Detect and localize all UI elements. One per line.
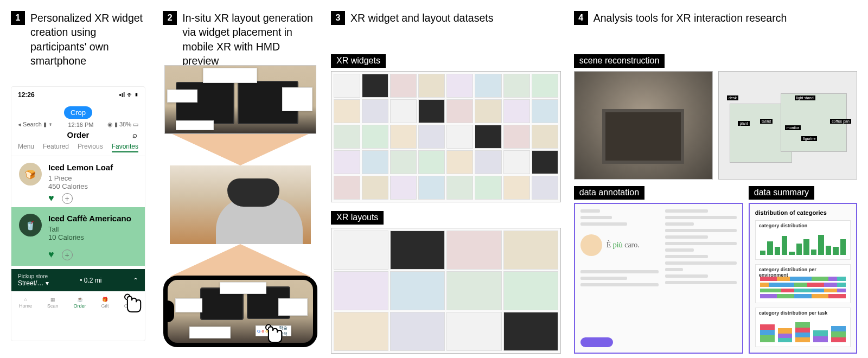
projection-beam-top [170, 133, 311, 165]
montage-tile [532, 150, 558, 174]
pickup-label: Pickup store [18, 273, 49, 279]
widgets-grid [334, 74, 558, 200]
chart-stack: distribution of categories category dist… [755, 209, 851, 347]
menu-item-2[interactable]: 🥤 Iced Caffè Americano Tall 10 Calories [11, 207, 145, 247]
montage-tile [503, 312, 558, 351]
tab-gift[interactable]: 🎁Gift [101, 297, 109, 309]
heart-icon[interactable]: ♥ [48, 193, 54, 204]
montage-tile [532, 125, 558, 149]
montage-tile [362, 150, 388, 174]
item2-info: Iced Caffè Americano Tall 10 Calories [48, 214, 131, 241]
montage-tile [418, 99, 445, 123]
tab-favorites[interactable]: Favorites [112, 143, 138, 152]
panel-1: 1 Personalized XR widget creation using … [11, 11, 150, 347]
panel-1-title: 1 Personalized XR widget creation using … [11, 11, 150, 68]
chevron-up-icon[interactable]: ⌃ [133, 277, 138, 284]
montage-tile [503, 74, 530, 98]
panel-2-body: Google 학술검색 [163, 65, 318, 347]
order-title-text: Order [67, 130, 90, 139]
item1-actions: ♥ + [11, 193, 145, 204]
item2-line1: Tall [48, 225, 131, 233]
item1-info: Iced Lemon Loaf 1 Piece 450 Calories [48, 163, 113, 190]
submit-button[interactable] [580, 337, 613, 347]
panel-4-title: 4 Analysis tools for XR interaction rese… [574, 11, 857, 42]
hmd-icon [227, 178, 279, 207]
tab-order[interactable]: ☕Order [74, 297, 86, 309]
chart-1-bars [760, 233, 846, 255]
order-tabs: Menu Featured Previous Favorites [11, 143, 145, 156]
annotation-body: È più caro. [580, 209, 737, 347]
subtitle-widgets: XR widgets [331, 54, 386, 68]
montage-tile [390, 176, 417, 200]
plus-icon[interactable]: + [62, 250, 73, 260]
tag-monitor: monitor [785, 125, 801, 130]
subtitle-annotation: data annotation [574, 186, 644, 200]
widgets-montage [331, 71, 561, 202]
scene-recon-boxes: desk plant tablet light stand monitor fi… [718, 71, 857, 180]
montage-tile [362, 99, 388, 123]
inner-right: ◉ ▮ 38% ▭ [107, 121, 138, 128]
montage-tile [475, 99, 501, 123]
montage-tile [334, 312, 388, 351]
montage-tile [503, 231, 558, 270]
tab-featured[interactable]: Featured [43, 143, 69, 152]
item2-thumb: 🥤 [19, 214, 42, 236]
tag-tablet: tablet [760, 119, 773, 124]
montage-tile [390, 125, 417, 149]
status-icons: •ıl ᯤ ▮ [119, 91, 138, 99]
montage-tile [475, 150, 501, 174]
tab-home[interactable]: ⌂Home [19, 297, 32, 309]
montage-tile [532, 99, 558, 123]
tab-previous[interactable]: Previous [78, 143, 103, 152]
tab-scan[interactable]: ▦Scan [47, 297, 59, 309]
montage-tile [532, 176, 558, 200]
tag-figurine: figurine [801, 136, 817, 141]
montage-tile [446, 271, 501, 310]
panel-4: 4 Analysis tools for XR interaction rese… [574, 11, 857, 347]
panel-3-title: 3 XR widget and layout datasets [331, 11, 561, 42]
tab-menu[interactable]: Menu [18, 143, 34, 152]
annotation-left: È più caro. [580, 209, 659, 347]
summary-panel: distribution of categories category dist… [749, 203, 857, 354]
phone-notch [164, 301, 174, 322]
menu-item-1[interactable]: 🍞 Iced Lemon Loaf 1 Piece 450 Calories [11, 156, 145, 196]
pickup-bar[interactable]: Pickup store Street/… ▾ • 0.2 mi ⌃ [11, 269, 145, 291]
home-icon: ⌂ [24, 297, 27, 302]
layouts-montage [331, 228, 561, 354]
panel-2: 2 In-situ XR layout generation via widge… [163, 11, 318, 347]
montage-tile [334, 231, 388, 270]
monitor-1 [176, 82, 234, 124]
montage-tile [475, 176, 501, 200]
montage-tile [475, 74, 501, 98]
montage-tile [503, 271, 558, 310]
montage-tile [334, 271, 388, 310]
chart-2-stacks [760, 277, 846, 299]
xr-note-a [175, 298, 202, 312]
search-icon[interactable]: ⌕ [132, 130, 137, 139]
tag-desk: desk [727, 95, 738, 100]
xr-note-2 [167, 90, 197, 103]
user-hmd-photo [170, 165, 311, 244]
section-summary: data summary distribution of categories … [749, 186, 857, 354]
panel-2-caption: In-situ XR layout generation via widget … [182, 11, 318, 68]
layouts-grid [334, 231, 558, 351]
montage-tile [475, 125, 501, 149]
montage-tile [503, 150, 530, 174]
montage-tile [418, 150, 445, 174]
crop-button[interactable]: Crop [64, 106, 92, 119]
panel-badge-2: 2 [163, 11, 177, 25]
montage-tile [334, 74, 360, 98]
xr-note-c [278, 298, 308, 316]
heart-icon[interactable]: ♥ [48, 249, 54, 260]
plus-icon[interactable]: + [62, 193, 73, 204]
xr-note-d [189, 327, 231, 338]
pickup-left: Pickup store Street/… ▾ [18, 273, 49, 287]
panel-badge-1: 1 [11, 11, 25, 25]
montage-tile [446, 176, 473, 200]
item1-line1: 1 Piece [48, 174, 113, 182]
phone-mock: 12:26 •ıl ᯤ ▮ Crop ◂ Search ▮ ᯤ 12:16 PM… [11, 86, 145, 341]
montage-tile [362, 176, 388, 200]
montage-tile [418, 74, 445, 98]
tag-plant: plant [738, 121, 749, 126]
phone-statusbar: 12:26 •ıl ᯤ ▮ [11, 87, 145, 103]
